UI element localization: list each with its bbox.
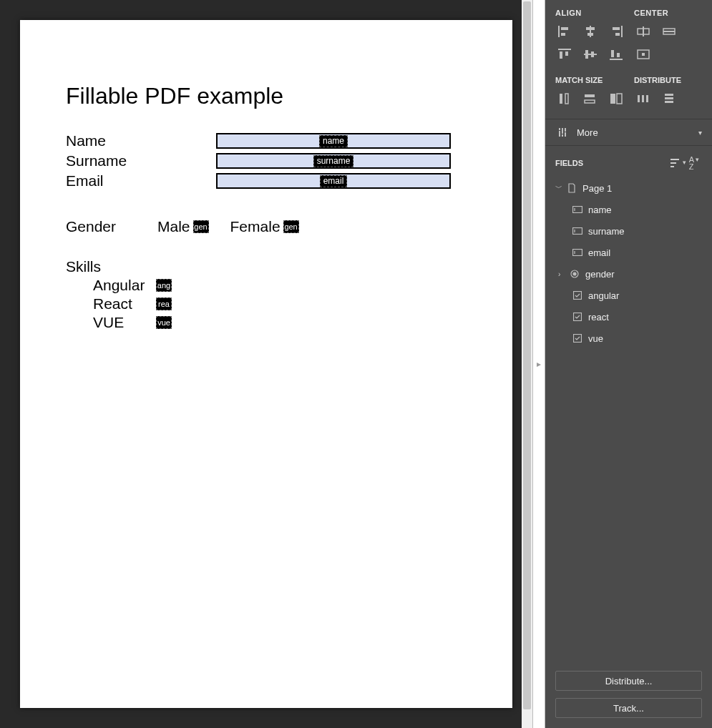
tree-item-name-label: name bbox=[588, 205, 612, 215]
skill-row-angular: Angular ang bbox=[93, 277, 467, 294]
svg-rect-18 bbox=[591, 51, 594, 57]
more-dropdown[interactable]: More ▾ bbox=[545, 119, 712, 145]
splitter-handle-icon: ▸ bbox=[537, 359, 541, 369]
center-vertical-icon[interactable] bbox=[660, 23, 678, 40]
align-right-icon[interactable] bbox=[607, 23, 625, 40]
svg-rect-27 bbox=[585, 100, 595, 103]
svg-rect-34 bbox=[665, 97, 673, 99]
center-horizontal-icon[interactable] bbox=[634, 23, 653, 40]
tree-item-gender[interactable]: › gender bbox=[550, 263, 708, 285]
svg-rect-12 bbox=[663, 31, 675, 32]
svg-rect-19 bbox=[610, 59, 623, 60]
tree-page-label: Page 1 bbox=[582, 183, 612, 194]
svg-rect-38 bbox=[670, 166, 674, 167]
svg-rect-49 bbox=[574, 335, 582, 343]
doc-scrollbar[interactable] bbox=[522, 0, 532, 728]
svg-rect-0 bbox=[558, 26, 560, 37]
pdf-page[interactable]: Fillable PDF example Name name Surname s… bbox=[20, 20, 512, 708]
svg-rect-2 bbox=[561, 33, 565, 36]
tree-item-surname[interactable]: surname bbox=[550, 220, 708, 242]
field-surname-tag: surname bbox=[313, 155, 354, 167]
tree-item-name[interactable]: name bbox=[550, 199, 708, 220]
checkbox-icon bbox=[571, 313, 584, 321]
form-row-email: Email email bbox=[66, 172, 467, 190]
tree-page-row[interactable]: ﹀ Page 1 bbox=[550, 177, 708, 199]
tools-icon bbox=[555, 127, 570, 138]
match-size-heading: MATCH SIZE bbox=[555, 76, 634, 84]
right-panel: ALIGN CENTER bbox=[545, 0, 712, 728]
sort-az-icon[interactable]: AZ▾ bbox=[686, 156, 702, 170]
svg-rect-47 bbox=[574, 292, 582, 300]
tree-item-gender-label: gender bbox=[585, 269, 614, 280]
fields-heading: FIELDS bbox=[555, 159, 670, 167]
gender-male-text: Male bbox=[157, 218, 190, 235]
distribute-horizontal-icon[interactable] bbox=[634, 90, 653, 107]
panel-splitter[interactable]: ▸ bbox=[532, 0, 545, 728]
radio-group-icon bbox=[568, 270, 581, 278]
text-field-icon bbox=[571, 249, 584, 256]
field-surname[interactable]: surname bbox=[216, 153, 451, 169]
align-center-h-icon[interactable] bbox=[581, 23, 600, 40]
center-both-icon[interactable] bbox=[634, 46, 653, 63]
page-title: Fillable PDF example bbox=[66, 83, 467, 109]
svg-rect-29 bbox=[617, 94, 622, 104]
text-field-icon bbox=[571, 227, 584, 235]
align-middle-icon[interactable] bbox=[581, 46, 600, 63]
tree-item-vue-label: vue bbox=[588, 333, 603, 344]
tree-item-angular[interactable]: angular bbox=[550, 285, 708, 306]
svg-rect-35 bbox=[665, 101, 673, 103]
checkbox-icon bbox=[571, 291, 584, 300]
field-email[interactable]: email bbox=[216, 173, 451, 189]
match-height-icon[interactable] bbox=[581, 90, 600, 107]
align-bottom-icon[interactable] bbox=[607, 46, 625, 63]
text-field-icon bbox=[571, 206, 584, 213]
tree-item-vue[interactable]: vue bbox=[550, 328, 708, 349]
match-both-icon[interactable] bbox=[607, 90, 625, 107]
tree-item-angular-label: angular bbox=[588, 290, 619, 301]
align-top-icon[interactable] bbox=[555, 46, 574, 63]
distribute-vertical-icon[interactable] bbox=[660, 90, 678, 107]
center-heading: CENTER bbox=[634, 9, 668, 17]
checkbox-icon bbox=[571, 334, 584, 343]
align-left-icon[interactable] bbox=[555, 23, 574, 40]
radio-male[interactable]: gen bbox=[193, 220, 209, 233]
radio-female[interactable]: gen bbox=[283, 220, 299, 233]
svg-rect-36 bbox=[670, 159, 679, 160]
checkbox-angular[interactable]: ang bbox=[156, 279, 172, 292]
svg-rect-26 bbox=[585, 94, 595, 97]
track-button[interactable]: Track... bbox=[555, 698, 702, 718]
field-name[interactable]: name bbox=[216, 133, 451, 149]
svg-point-46 bbox=[573, 272, 576, 275]
svg-rect-10 bbox=[643, 26, 644, 36]
svg-rect-5 bbox=[587, 33, 593, 36]
form-row-name: Name name bbox=[66, 132, 467, 149]
tree-item-email-label: email bbox=[588, 247, 610, 258]
sort-tab-order-icon[interactable]: ▾ bbox=[670, 159, 686, 167]
skill-row-vue: VUE vue bbox=[93, 314, 467, 331]
skills-label: Skills bbox=[66, 258, 467, 275]
svg-rect-7 bbox=[613, 27, 620, 30]
document-canvas[interactable]: Fillable PDF example Name name Surname s… bbox=[0, 0, 532, 728]
doc-scrollbar-thumb[interactable] bbox=[523, 1, 531, 709]
skill-react-text: React bbox=[93, 295, 156, 313]
match-width-icon[interactable] bbox=[555, 90, 574, 107]
svg-rect-30 bbox=[638, 95, 640, 102]
distribute-button[interactable]: Distribute... bbox=[555, 671, 702, 691]
checkbox-react[interactable]: rea bbox=[156, 297, 172, 310]
svg-rect-15 bbox=[565, 51, 568, 56]
fields-tree: ﹀ Page 1 name surname email › gender bbox=[545, 174, 712, 349]
checkbox-vue[interactable]: vue bbox=[156, 316, 172, 329]
svg-rect-25 bbox=[565, 94, 568, 104]
tree-item-email[interactable]: email bbox=[550, 242, 708, 263]
gender-row: Gender Male gen Female gen bbox=[66, 218, 467, 235]
svg-rect-31 bbox=[642, 95, 644, 102]
skill-row-react: React rea bbox=[93, 295, 467, 313]
label-surname: Surname bbox=[66, 152, 216, 169]
tree-item-react[interactable]: react bbox=[550, 306, 708, 328]
svg-rect-20 bbox=[611, 50, 614, 57]
skill-vue-text: VUE bbox=[93, 314, 156, 331]
svg-rect-8 bbox=[615, 33, 620, 36]
svg-rect-4 bbox=[586, 27, 595, 30]
form-row-surname: Surname surname bbox=[66, 152, 467, 169]
svg-rect-28 bbox=[610, 94, 615, 104]
